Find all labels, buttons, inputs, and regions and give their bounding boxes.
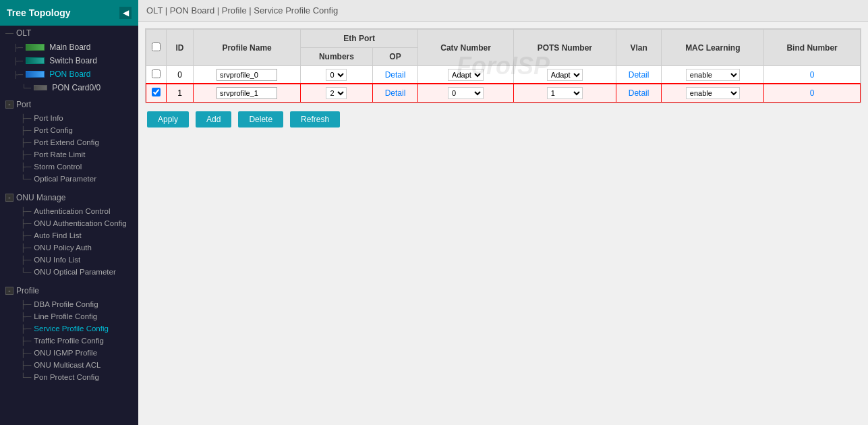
row-0-profile-name: [194, 66, 301, 84]
add-button[interactable]: Add: [196, 111, 231, 128]
row-1-eth-detail-link[interactable]: Detail: [385, 88, 406, 98]
port-section-header[interactable]: - Port: [0, 97, 138, 112]
port-section: - Port ├─Port Info ├─Port Config ├─Port …: [0, 94, 138, 188]
row-0-pots-select[interactable]: Adapt012: [547, 69, 583, 81]
row-1-mac-learning: enabledisable: [662, 84, 764, 103]
row-0-eth-op: Detail: [372, 66, 417, 84]
port-section-label: Port: [16, 100, 31, 109]
main-board-label: Main Board: [49, 42, 90, 52]
refresh-button[interactable]: Refresh: [290, 111, 340, 128]
connector-pon: ├─: [13, 71, 23, 78]
col-header-bind-number: Bind Number: [764, 30, 861, 66]
olt-label: OLT: [16, 28, 31, 38]
content-area: ForoISP ID Profile Name Eth Port Catv Nu…: [138, 22, 868, 425]
service-profile-table: ID Profile Name Eth Port Catv Number POT…: [146, 29, 861, 103]
onu-manage-section: - ONU Manage ├─Authentication Control ├─…: [0, 188, 138, 281]
sidebar-header[interactable]: Tree Topology ◀: [0, 0, 138, 26]
row-0-profile-name-input[interactable]: [216, 69, 277, 81]
sidebar-item-storm-control[interactable]: ├─Storm Control: [0, 161, 138, 173]
row-1-profile-name-input[interactable]: [216, 87, 277, 99]
pon-card-icon: [34, 85, 47, 90]
row-0-pots-number: Adapt012: [513, 66, 616, 84]
col-header-checkbox: [146, 30, 167, 66]
col-header-vlan: Vlan: [616, 30, 661, 66]
sidebar-item-auto-find-list[interactable]: ├─Auto Find List: [0, 229, 138, 242]
sidebar-item-onu-optical-param[interactable]: └─ONU Optical Parameter: [0, 266, 138, 278]
sidebar-item-switch-board[interactable]: ├─ Switch Board: [0, 54, 138, 67]
select-all-checkbox[interactable]: [152, 42, 161, 51]
watermark: ForoISP: [457, 52, 550, 80]
sidebar-item-port-config[interactable]: ├─Port Config: [0, 124, 138, 136]
topbar: OLT | PON Board | Profile | Service Prof…: [138, 0, 868, 22]
sidebar-item-traffic-profile[interactable]: ├─Traffic Profile Config: [0, 335, 138, 347]
sidebar-item-pon-protect-config[interactable]: └─Pon Protect Config: [0, 371, 138, 383]
sidebar-item-port-extend-config[interactable]: ├─Port Extend Config: [0, 136, 138, 148]
sidebar-item-auth-control[interactable]: ├─Authentication Control: [0, 205, 138, 217]
row-0-eth-numbers-select[interactable]: 01234: [326, 69, 347, 81]
switch-board-icon: [26, 57, 45, 64]
connector-switch: ├─: [13, 57, 23, 65]
col-header-pots: POTS Number: [513, 30, 616, 66]
sidebar-item-onu-auth-config[interactable]: ├─ONU Authentication Config: [0, 217, 138, 229]
delete-button[interactable]: Delete: [238, 111, 283, 128]
row-1-bind-number: 0: [764, 84, 861, 103]
row-1-checkbox-cell: [146, 84, 167, 103]
dash-line: —: [5, 28, 13, 38]
sidebar-item-pon-card[interactable]: └─ PON Card0/0: [0, 81, 138, 94]
row-0-eth-detail-link[interactable]: Detail: [385, 70, 406, 80]
sidebar-item-onu-igmp-profile[interactable]: ├─ONU IGMP Profile: [0, 347, 138, 359]
profile-section-header[interactable]: - Profile: [0, 283, 138, 298]
row-0-vlan: Detail: [616, 66, 661, 84]
apply-button[interactable]: Apply: [147, 111, 189, 128]
onu-manage-label: ONU Manage: [16, 193, 65, 202]
sidebar-item-onu-policy-auth[interactable]: ├─ONU Policy Auth: [0, 242, 138, 254]
row-0-eth-numbers: 01234: [301, 66, 373, 84]
row-1-catv-select[interactable]: 0Adapt12: [448, 87, 484, 99]
row-1-eth-numbers: 01234: [301, 84, 373, 103]
row-0-checkbox[interactable]: [152, 69, 161, 78]
col-header-eth-op: OP: [372, 48, 417, 66]
sidebar-item-pon-board[interactable]: ├─ PON Board: [0, 67, 138, 81]
col-header-eth-port: Eth Port: [301, 30, 418, 48]
sidebar-item-port-info[interactable]: ├─Port Info: [0, 112, 138, 124]
row-1-checkbox[interactable]: [152, 88, 161, 96]
tree-root-olt[interactable]: — OLT: [0, 26, 138, 40]
sidebar: Tree Topology ◀ — OLT ├─ Main Board ├─ S…: [0, 0, 138, 425]
row-1-vlan: Detail: [616, 84, 661, 103]
pon-card-label: PON Card0/0: [52, 83, 100, 92]
col-header-catv: Catv Number: [418, 30, 514, 66]
row-1-pots-select[interactable]: 1Adapt02: [547, 87, 583, 99]
sidebar-item-dba-profile[interactable]: ├─DBA Profile Config: [0, 298, 138, 310]
col-header-id: ID: [167, 30, 194, 66]
row-0-catv-number: Adapt012: [418, 66, 514, 84]
switch-board-label: Switch Board: [49, 56, 97, 65]
onu-collapse-icon: -: [5, 194, 13, 202]
profile-section: - Profile ├─DBA Profile Config ├─Line Pr…: [0, 281, 138, 386]
profile-section-label: Profile: [16, 286, 39, 295]
onu-manage-section-header[interactable]: - ONU Manage: [0, 190, 138, 205]
action-buttons-row: Apply Add Delete Refresh: [145, 111, 861, 128]
sidebar-item-onu-info-list[interactable]: ├─ONU Info List: [0, 254, 138, 266]
breadcrumb: OLT | PON Board | Profile | Service Prof…: [146, 5, 338, 16]
pon-board-label: PON Board: [49, 69, 90, 79]
row-0-mac-learning-select[interactable]: enabledisable: [686, 69, 740, 81]
row-1-mac-learning-select[interactable]: enabledisable: [686, 87, 740, 99]
sidebar-item-optical-parameter[interactable]: └─Optical Parameter: [0, 173, 138, 185]
sidebar-collapse-button[interactable]: ◀: [119, 7, 132, 19]
port-collapse-icon: -: [5, 101, 13, 109]
sidebar-item-main-board[interactable]: ├─ Main Board: [0, 40, 138, 54]
table-row: 001234DetailAdapt012Adapt012Detailenable…: [146, 66, 861, 84]
row-0-vlan-detail-link[interactable]: Detail: [629, 70, 649, 80]
connector-card: └─: [22, 84, 31, 92]
sidebar-item-service-profile[interactable]: ├─Service Profile Config: [0, 322, 138, 335]
sidebar-item-port-rate-limit[interactable]: ├─Port Rate Limit: [0, 148, 138, 161]
row-0-catv-select[interactable]: Adapt012: [448, 69, 484, 81]
row-1-vlan-detail-link[interactable]: Detail: [629, 88, 649, 98]
sidebar-item-line-profile[interactable]: ├─Line Profile Config: [0, 310, 138, 322]
sidebar-item-onu-multicast-acl[interactable]: ├─ONU Multicast ACL: [0, 359, 138, 371]
row-1-eth-numbers-select[interactable]: 01234: [326, 87, 347, 99]
row-1-id: 1: [167, 84, 194, 103]
profile-collapse-icon: -: [5, 287, 13, 295]
connector-main: ├─: [13, 44, 23, 51]
table-row: 101234Detail0Adapt121Adapt02Detailenable…: [146, 84, 861, 103]
